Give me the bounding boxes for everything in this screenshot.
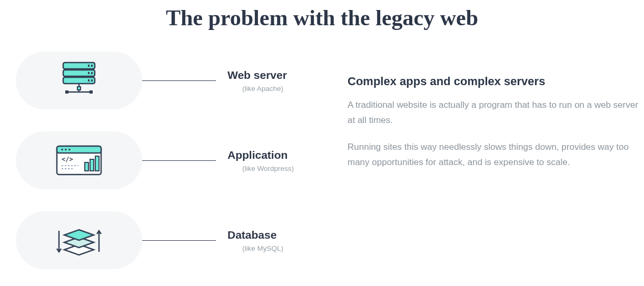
svg-marker-27 <box>64 230 94 240</box>
svg-text:</>: </> <box>62 156 73 163</box>
svg-rect-6 <box>91 72 93 74</box>
stack-row-webserver: Web server (like Apache) <box>16 52 300 109</box>
stack-label-block: Web server (like Apache) <box>216 69 300 93</box>
stack-pill <box>16 211 142 269</box>
svg-rect-4 <box>91 65 93 67</box>
stack-label-title: Database <box>227 229 300 241</box>
page-title: The problem with the legacy web <box>0 5 644 30</box>
svg-rect-22 <box>85 162 88 171</box>
explainer-paragraph-2: Running sites this way needlessly slows … <box>348 140 639 170</box>
stack-row-application: </> Application (like Wordpress) <box>16 131 300 189</box>
svg-rect-3 <box>88 65 90 67</box>
svg-rect-12 <box>90 90 93 94</box>
stack-row-database: Database (like MySQL) <box>16 211 300 269</box>
stack-diagram: Web server (like Apache) </> <box>16 52 300 269</box>
server-icon <box>56 60 102 100</box>
explainer-paragraph-1: A traditional website is actually a prog… <box>348 98 639 128</box>
svg-rect-15 <box>57 146 101 153</box>
layers-icon <box>54 221 104 259</box>
connector-line <box>142 240 216 241</box>
svg-rect-0 <box>63 63 95 69</box>
stack-label-title: Application <box>227 149 300 161</box>
svg-rect-1 <box>63 70 95 76</box>
stack-label-block: Application (like Wordpress) <box>216 149 300 172</box>
svg-rect-11 <box>65 90 68 94</box>
stack-pill <box>16 52 142 109</box>
explainer-text: Complex apps and complex servers A tradi… <box>348 52 639 269</box>
stack-pill: </> <box>16 131 142 189</box>
stack-label-title: Web server <box>227 69 300 81</box>
connector-line <box>142 160 216 161</box>
svg-rect-13 <box>77 87 81 90</box>
connector-line <box>142 80 216 81</box>
svg-rect-2 <box>63 77 95 84</box>
svg-point-18 <box>68 149 71 151</box>
browser-window-icon: </> <box>55 145 103 176</box>
svg-rect-5 <box>88 72 90 74</box>
stack-label-block: Database (like MySQL) <box>216 229 300 252</box>
svg-point-17 <box>65 149 67 151</box>
stack-label-sub: (like MySQL) <box>227 244 300 252</box>
explainer-heading: Complex apps and complex servers <box>348 75 639 88</box>
stack-label-sub: (like Wordpress) <box>227 165 300 172</box>
content-columns: Web server (like Apache) </> <box>0 52 644 269</box>
svg-rect-23 <box>90 159 94 171</box>
svg-point-16 <box>61 149 63 151</box>
stack-label-sub: (like Apache) <box>227 85 300 93</box>
svg-rect-7 <box>88 79 90 81</box>
svg-rect-8 <box>91 79 93 81</box>
svg-rect-24 <box>95 156 99 171</box>
